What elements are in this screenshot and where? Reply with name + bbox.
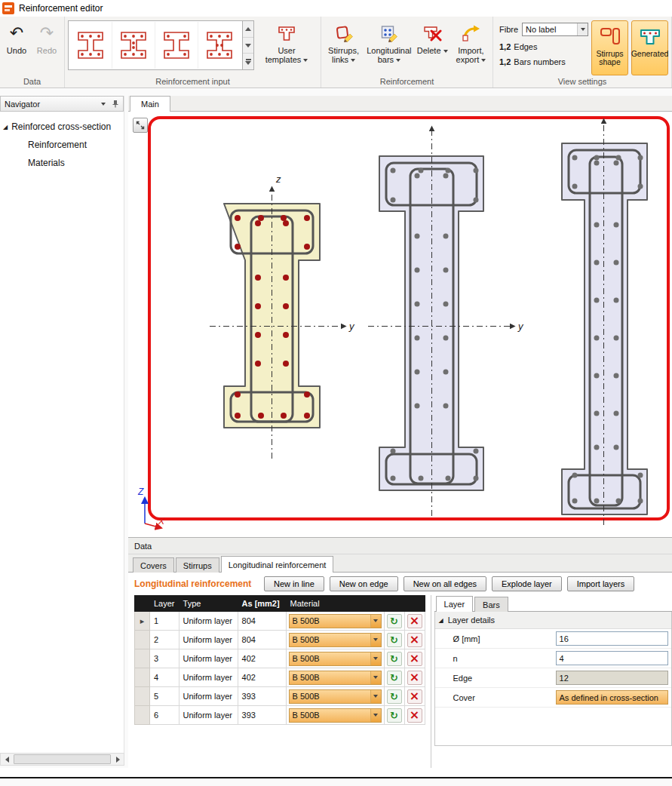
row-selector[interactable] (135, 668, 150, 687)
row-selector[interactable] (135, 706, 150, 725)
cell-layer[interactable]: 3 (150, 649, 180, 668)
gallery-more-icon[interactable] (243, 54, 253, 69)
cell-layer[interactable]: 5 (150, 687, 180, 706)
cell-type[interactable]: Uniform layer (179, 668, 238, 687)
layer-details-section-header[interactable]: ◢ Layer details (435, 612, 671, 629)
redo-button[interactable]: ↷ Redo (32, 19, 62, 73)
regenerate-button[interactable]: ↻ (387, 633, 402, 647)
delete-layer-button[interactable]: × (407, 671, 422, 685)
cell-layer[interactable]: 4 (150, 668, 180, 687)
regenerate-button[interactable]: ↻ (387, 614, 402, 628)
table-row[interactable]: 3 Uniform layer 402 B 500B ↻ × (135, 649, 425, 668)
longitudinal-bars-button[interactable]: Longitudinal bars (364, 19, 413, 73)
new-on-edge-button[interactable]: New on edge (330, 576, 398, 591)
scroll-left-icon[interactable] (1, 754, 13, 765)
cover-label: Cover (435, 693, 556, 702)
cell-type[interactable]: Uniform layer (179, 631, 238, 649)
edge-input[interactable]: 12 (556, 671, 668, 685)
cell-type[interactable]: Uniform layer (179, 687, 238, 706)
cell-layer[interactable]: 1 (150, 612, 180, 631)
cell-layer[interactable]: 6 (150, 706, 180, 725)
ribbon: ↶ Undo ↷ Redo Data (0, 17, 672, 88)
delete-layer-button[interactable]: × (407, 633, 422, 647)
diameter-input[interactable]: 16 (556, 631, 668, 646)
cell-as[interactable]: 402 (238, 649, 286, 668)
scrollbar-thumb[interactable] (14, 754, 111, 764)
table-row[interactable]: 6 Uniform layer 393 B 500B ↻ × (135, 706, 425, 725)
row-selector[interactable] (135, 631, 150, 649)
generated-toggle[interactable]: Generated (631, 20, 668, 75)
table-row[interactable]: 5 Uniform layer 393 B 500B ↻ × (135, 687, 425, 706)
tab-covers[interactable]: Covers (133, 557, 174, 573)
regenerate-button[interactable]: ↻ (387, 689, 402, 704)
navigator-menu-icon[interactable] (101, 103, 106, 106)
fibre-combobox[interactable]: No label (522, 23, 588, 36)
cell-as[interactable]: 393 (238, 687, 286, 706)
tab-stirrups[interactable]: Stirrups (176, 557, 219, 573)
regenerate-button[interactable]: ↻ (387, 652, 402, 666)
navigator-hscrollbar[interactable] (0, 753, 124, 766)
template-ibeam-4[interactable] (198, 22, 241, 69)
tab-layer[interactable]: Layer (436, 596, 474, 612)
section-expander-icon[interactable]: ◢ (439, 617, 443, 624)
material-combobox[interactable]: B 500B (289, 689, 382, 704)
material-combobox[interactable]: B 500B (289, 652, 382, 666)
user-templates-button[interactable]: User templates (262, 19, 311, 73)
dropdown-caret-icon (577, 23, 588, 35)
delete-layer-button[interactable]: × (407, 689, 422, 704)
cell-layer[interactable]: 2 (150, 631, 180, 649)
drawing-canvas[interactable]: z y y Z X (128, 112, 672, 537)
template-ibeam-3[interactable] (155, 22, 198, 69)
tab-main[interactable]: Main (130, 96, 170, 112)
row-selector[interactable] (135, 649, 150, 668)
regenerate-button[interactable]: ↻ (387, 708, 402, 723)
fit-view-button[interactable] (133, 118, 148, 133)
import-layers-button[interactable]: Import layers (567, 576, 635, 591)
material-combobox[interactable]: B 500B (289, 614, 382, 628)
cell-as[interactable]: 402 (238, 668, 286, 687)
material-combobox[interactable]: B 500B (289, 708, 382, 723)
tree-item-reinforced-cross-section[interactable]: ◢ Reinforced cross-section (0, 118, 124, 136)
import-export-button[interactable]: Import, export (451, 19, 491, 73)
gallery-scroll-up-icon[interactable] (243, 21, 253, 38)
tree-item-materials[interactable]: Materials (0, 154, 124, 172)
regenerate-button[interactable]: ↻ (387, 671, 402, 685)
tree-expander-icon[interactable]: ◢ (3, 124, 8, 130)
table-row[interactable]: 4 Uniform layer 402 B 500B ↻ × (135, 668, 425, 687)
cell-as[interactable]: 804 (238, 631, 286, 649)
cell-as[interactable]: 393 (238, 706, 286, 725)
cell-type[interactable]: Uniform layer (179, 706, 238, 725)
table-row[interactable]: 2 Uniform layer 804 B 500B ↻ × (135, 631, 425, 649)
undo-icon: ↶ (10, 22, 23, 45)
tree-item-reinforcement[interactable]: Reinforcement (0, 136, 124, 154)
refresh-icon: ↻ (390, 711, 398, 720)
stirrups-links-button[interactable]: Stirrups, links (323, 19, 364, 73)
new-on-all-edges-button[interactable]: New on all edges (404, 576, 486, 591)
table-row[interactable]: ▸ 1 Uniform layer 804 B 500B ↻ × (135, 612, 425, 631)
template-ibeam-1[interactable] (69, 22, 112, 69)
new-in-line-button[interactable]: New in line (264, 576, 324, 591)
tab-bars[interactable]: Bars (474, 597, 508, 612)
cover-input[interactable]: As defined in cross-section (556, 690, 668, 705)
undo-button[interactable]: ↶ Undo (2, 19, 32, 73)
row-selector[interactable] (135, 687, 150, 706)
explode-layer-button[interactable]: Explode layer (492, 576, 562, 591)
gallery-scroll-down-icon[interactable] (243, 38, 253, 54)
delete-layer-button[interactable]: × (407, 708, 422, 723)
delete-button[interactable]: Delete (414, 19, 451, 73)
n-input[interactable]: 4 (556, 651, 668, 665)
tab-longitudinal-reinforcement[interactable]: Longitudinal reinforcement (221, 556, 334, 573)
template-ibeam-2[interactable] (112, 22, 155, 69)
cell-type[interactable]: Uniform layer (179, 612, 238, 631)
cell-as[interactable]: 804 (238, 612, 286, 631)
stirrups-shape-toggle[interactable]: Stirrups shape (591, 20, 628, 75)
scroll-right-icon[interactable] (112, 754, 124, 765)
row-selector[interactable]: ▸ (135, 612, 150, 631)
delete-layer-button[interactable]: × (407, 652, 422, 666)
cell-type[interactable]: Uniform layer (179, 649, 238, 668)
material-combobox[interactable]: B 500B (289, 671, 382, 685)
delete-layer-button[interactable]: × (407, 614, 422, 628)
material-combobox[interactable]: B 500B (289, 633, 382, 647)
cross-section-right[interactable] (562, 143, 647, 514)
pin-icon[interactable] (111, 100, 119, 108)
